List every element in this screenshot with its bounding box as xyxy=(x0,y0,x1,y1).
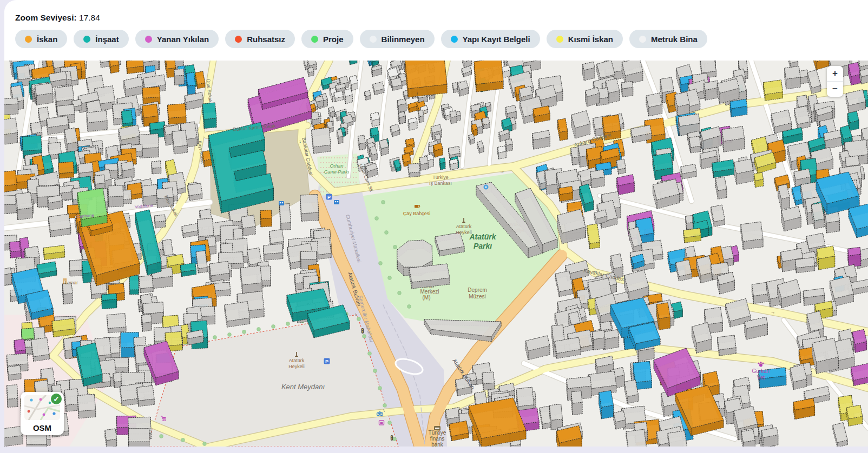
legend-label: Metruk Bina xyxy=(651,35,698,44)
legend: İskan İnşaat Yanan Yıkılan Ruhsatsız Pro… xyxy=(15,30,868,48)
legend-label: Yanan Yıkılan xyxy=(157,35,209,44)
svg-text:Vet: Vet xyxy=(757,375,765,381)
svg-text:Atatürk: Atatürk xyxy=(289,358,305,363)
app-card: Zoom Seviyesi: 17.84 İskan İnşaat Yanan … xyxy=(4,0,868,447)
svg-text:finans: finans xyxy=(430,436,445,442)
legend-item-yanan-yikilan[interactable]: Yanan Yıkılan xyxy=(135,30,219,48)
svg-text:→: → xyxy=(194,90,200,96)
svg-text:→: → xyxy=(770,309,776,315)
zoom-level-value: 17.84 xyxy=(79,13,100,22)
legend-label: Yapı Kayıt Belgeli xyxy=(463,35,530,44)
svg-text:bank: bank xyxy=(431,442,444,447)
svg-text:Gürkan: Gürkan xyxy=(752,368,770,374)
legend-dot-yapi-kayit-belgeli xyxy=(451,36,458,43)
legend-dot-insaat xyxy=(83,36,90,43)
layer-selected-check-icon: ✓ xyxy=(50,392,63,405)
legend-item-ruhsatsiz[interactable]: Ruhsatsız xyxy=(225,30,295,48)
legend-label: Bilinmeyen xyxy=(382,35,425,44)
layer-label: OSM xyxy=(21,423,64,432)
legend-item-proje[interactable]: Proje xyxy=(301,30,353,48)
map-zoom-control: + − xyxy=(827,66,843,97)
legend-item-iskan[interactable]: İskan xyxy=(15,30,67,48)
svg-text:Atatürk: Atatürk xyxy=(456,224,472,229)
legend-item-yapi-kayit-belgeli[interactable]: Yapı Kayıt Belgeli xyxy=(441,30,540,48)
svg-text:Lemar: Lemar xyxy=(65,280,78,285)
legend-item-kismi-iskan[interactable]: Kısmi İskan xyxy=(547,30,623,48)
map-canvas[interactable]: BüyükşehirBelediyesiKültürMerkezi(M)PP→→… xyxy=(4,61,868,447)
svg-text:Camii Parkı: Camii Parkı xyxy=(324,169,350,175)
legend-dot-ruhsatsiz xyxy=(235,36,242,43)
svg-text:Heykeli: Heykeli xyxy=(288,364,305,369)
svg-text:Çay Bahçesi: Çay Bahçesi xyxy=(403,211,431,216)
svg-text:Kent Meydanı: Kent Meydanı xyxy=(281,383,325,391)
svg-text:İş Bankası: İş Bankası xyxy=(429,181,452,186)
zoom-out-button[interactable]: − xyxy=(827,82,843,97)
svg-text:Heykeli: Heykeli xyxy=(456,230,472,235)
svg-text:→: → xyxy=(415,90,421,96)
legend-label: İskan xyxy=(37,35,57,44)
svg-text:Parkı: Parkı xyxy=(474,242,492,250)
legend-label: Kısmi İskan xyxy=(568,35,613,44)
legend-dot-yanan-yikilan xyxy=(145,36,152,43)
legend-dot-bilinmeyen xyxy=(370,36,377,43)
svg-text:Merkezi: Merkezi xyxy=(420,289,439,295)
svg-text:Müzesi: Müzesi xyxy=(469,294,486,299)
layer-switcher[interactable]: ✓ OSM xyxy=(21,392,64,435)
legend-dot-proje xyxy=(311,36,318,43)
zoom-level-label: Zoom Seviyesi: xyxy=(15,13,77,22)
zoom-level-line: Zoom Seviyesi: 17.84 xyxy=(15,13,868,23)
svg-text:Deprem: Deprem xyxy=(468,287,487,293)
legend-item-bilinmeyen[interactable]: Bilinmeyen xyxy=(360,30,435,48)
svg-text:P: P xyxy=(325,359,328,364)
legend-label: Ruhsatsız xyxy=(247,35,285,44)
svg-text:Orhan: Orhan xyxy=(330,163,343,169)
legend-label: Proje xyxy=(323,35,344,44)
map-container: BüyükşehirBelediyesiKültürMerkezi(M)PP→→… xyxy=(4,61,868,447)
legend-dot-iskan xyxy=(25,36,32,43)
svg-text:Atatürk: Atatürk xyxy=(469,232,496,241)
legend-dot-metruk-bina xyxy=(639,36,646,43)
header: Zoom Seviyesi: 17.84 İskan İnşaat Yanan … xyxy=(4,0,868,48)
svg-text:P: P xyxy=(327,195,331,200)
svg-text:Türkiye: Türkiye xyxy=(429,430,446,436)
legend-dot-kismi-iskan xyxy=(556,36,563,43)
legend-item-metruk-bina[interactable]: Metruk Bina xyxy=(629,30,707,48)
svg-text:Türkiye: Türkiye xyxy=(432,175,449,180)
svg-text:(M): (M) xyxy=(423,295,431,301)
zoom-in-button[interactable]: + xyxy=(827,66,843,81)
legend-item-insaat[interactable]: İnşaat xyxy=(74,30,128,48)
legend-label: İnşaat xyxy=(95,35,119,44)
